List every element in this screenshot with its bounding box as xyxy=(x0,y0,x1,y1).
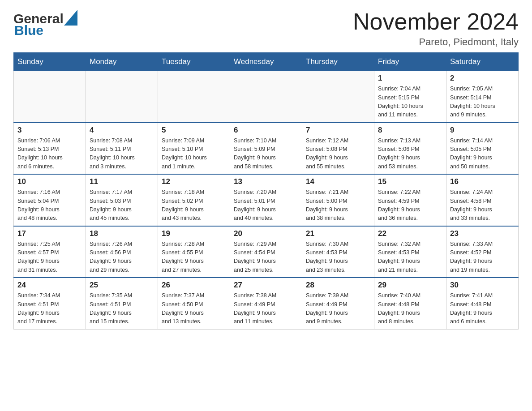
calendar-cell: 20Sunrise: 7:29 AMSunset: 4:54 PMDayligh… xyxy=(230,226,302,278)
calendar-cell: 6Sunrise: 7:10 AMSunset: 5:09 PMDaylight… xyxy=(230,123,302,175)
calendar-cell: 23Sunrise: 7:33 AMSunset: 4:52 PMDayligh… xyxy=(446,226,519,278)
day-number: 25 xyxy=(90,281,154,290)
calendar-cell: 29Sunrise: 7:40 AMSunset: 4:48 PMDayligh… xyxy=(374,278,446,329)
calendar-cell: 10Sunrise: 7:16 AMSunset: 5:04 PMDayligh… xyxy=(14,174,86,226)
day-info: Sunrise: 7:18 AMSunset: 5:02 PMDaylight:… xyxy=(162,188,226,223)
calendar-cell: 17Sunrise: 7:25 AMSunset: 4:57 PMDayligh… xyxy=(14,226,86,278)
day-number: 4 xyxy=(90,126,154,135)
week-row-1: 1Sunrise: 7:04 AMSunset: 5:15 PMDaylight… xyxy=(14,71,519,123)
day-number: 27 xyxy=(234,281,298,290)
day-info: Sunrise: 7:34 AMSunset: 4:51 PMDaylight:… xyxy=(17,291,82,326)
day-info: Sunrise: 7:37 AMSunset: 4:50 PMDaylight:… xyxy=(162,291,226,326)
calendar-cell: 5Sunrise: 7:09 AMSunset: 5:10 PMDaylight… xyxy=(158,123,230,175)
day-number: 24 xyxy=(17,281,82,290)
day-header-sunday: Sunday xyxy=(14,53,86,71)
day-number: 22 xyxy=(378,229,442,238)
day-info: Sunrise: 7:12 AMSunset: 5:08 PMDaylight:… xyxy=(306,137,370,171)
calendar-cell xyxy=(86,71,158,123)
day-number: 20 xyxy=(234,229,298,238)
day-number: 12 xyxy=(162,177,226,186)
day-header-monday: Monday xyxy=(86,53,158,71)
day-info: Sunrise: 7:24 AMSunset: 4:58 PMDaylight:… xyxy=(450,188,515,223)
day-info: Sunrise: 7:14 AMSunset: 5:05 PMDaylight:… xyxy=(450,137,515,171)
day-number: 28 xyxy=(306,281,370,290)
calendar-cell: 7Sunrise: 7:12 AMSunset: 5:08 PMDaylight… xyxy=(302,123,374,175)
calendar-cell: 19Sunrise: 7:28 AMSunset: 4:55 PMDayligh… xyxy=(158,226,230,278)
day-number: 3 xyxy=(17,126,82,135)
calendar-cell: 2Sunrise: 7:05 AMSunset: 5:14 PMDaylight… xyxy=(446,71,519,123)
day-number: 1 xyxy=(378,74,442,83)
calendar-header-row: SundayMondayTuesdayWednesdayThursdayFrid… xyxy=(14,53,519,71)
svg-marker-0 xyxy=(64,10,77,26)
day-number: 14 xyxy=(306,177,370,186)
day-info: Sunrise: 7:21 AMSunset: 5:00 PMDaylight:… xyxy=(306,188,370,223)
week-row-3: 10Sunrise: 7:16 AMSunset: 5:04 PMDayligh… xyxy=(14,174,519,226)
calendar-cell: 16Sunrise: 7:24 AMSunset: 4:58 PMDayligh… xyxy=(446,174,519,226)
logo: General Blue xyxy=(13,9,77,38)
calendar-cell: 1Sunrise: 7:04 AMSunset: 5:15 PMDaylight… xyxy=(374,71,446,123)
day-number: 7 xyxy=(306,126,370,135)
week-row-4: 17Sunrise: 7:25 AMSunset: 4:57 PMDayligh… xyxy=(14,226,519,278)
day-info: Sunrise: 7:09 AMSunset: 5:10 PMDaylight:… xyxy=(162,137,226,171)
day-info: Sunrise: 7:29 AMSunset: 4:54 PMDaylight:… xyxy=(234,240,298,275)
calendar-cell: 3Sunrise: 7:06 AMSunset: 5:13 PMDaylight… xyxy=(14,123,86,175)
calendar-cell xyxy=(14,71,86,123)
day-number: 23 xyxy=(450,229,515,238)
day-info: Sunrise: 7:40 AMSunset: 4:48 PMDaylight:… xyxy=(378,291,442,326)
day-info: Sunrise: 7:28 AMSunset: 4:55 PMDaylight:… xyxy=(162,240,226,275)
day-info: Sunrise: 7:35 AMSunset: 4:51 PMDaylight:… xyxy=(90,291,154,326)
day-number: 5 xyxy=(162,126,226,135)
calendar-cell: 4Sunrise: 7:08 AMSunset: 5:11 PMDaylight… xyxy=(86,123,158,175)
calendar-cell: 27Sunrise: 7:38 AMSunset: 4:49 PMDayligh… xyxy=(230,278,302,329)
day-number: 16 xyxy=(450,177,515,186)
location: Pareto, Piedmont, Italy xyxy=(353,36,519,48)
calendar-table: SundayMondayTuesdayWednesdayThursdayFrid… xyxy=(13,52,519,330)
day-number: 19 xyxy=(162,229,226,238)
day-info: Sunrise: 7:06 AMSunset: 5:13 PMDaylight:… xyxy=(17,137,82,171)
day-info: Sunrise: 7:32 AMSunset: 4:53 PMDaylight:… xyxy=(378,240,442,275)
day-info: Sunrise: 7:16 AMSunset: 5:04 PMDaylight:… xyxy=(17,188,82,223)
day-info: Sunrise: 7:20 AMSunset: 5:01 PMDaylight:… xyxy=(234,188,298,223)
calendar-cell: 21Sunrise: 7:30 AMSunset: 4:53 PMDayligh… xyxy=(302,226,374,278)
calendar-cell: 25Sunrise: 7:35 AMSunset: 4:51 PMDayligh… xyxy=(86,278,158,329)
week-row-5: 24Sunrise: 7:34 AMSunset: 4:51 PMDayligh… xyxy=(14,278,519,329)
calendar-cell: 13Sunrise: 7:20 AMSunset: 5:01 PMDayligh… xyxy=(230,174,302,226)
day-info: Sunrise: 7:30 AMSunset: 4:53 PMDaylight:… xyxy=(306,240,370,275)
calendar-cell: 8Sunrise: 7:13 AMSunset: 5:06 PMDaylight… xyxy=(374,123,446,175)
day-info: Sunrise: 7:33 AMSunset: 4:52 PMDaylight:… xyxy=(450,240,515,275)
day-info: Sunrise: 7:25 AMSunset: 4:57 PMDaylight:… xyxy=(17,240,82,275)
day-info: Sunrise: 7:39 AMSunset: 4:49 PMDaylight:… xyxy=(306,291,370,326)
calendar-cell: 12Sunrise: 7:18 AMSunset: 5:02 PMDayligh… xyxy=(158,174,230,226)
calendar-cell xyxy=(302,71,374,123)
week-row-2: 3Sunrise: 7:06 AMSunset: 5:13 PMDaylight… xyxy=(14,123,519,175)
day-number: 17 xyxy=(17,229,82,238)
day-info: Sunrise: 7:08 AMSunset: 5:11 PMDaylight:… xyxy=(90,137,154,171)
day-number: 8 xyxy=(378,126,442,135)
day-info: Sunrise: 7:26 AMSunset: 4:56 PMDaylight:… xyxy=(90,240,154,275)
day-info: Sunrise: 7:22 AMSunset: 4:59 PMDaylight:… xyxy=(378,188,442,223)
day-info: Sunrise: 7:05 AMSunset: 5:14 PMDaylight:… xyxy=(450,85,515,120)
calendar-cell: 14Sunrise: 7:21 AMSunset: 5:00 PMDayligh… xyxy=(302,174,374,226)
day-info: Sunrise: 7:17 AMSunset: 5:03 PMDaylight:… xyxy=(90,188,154,223)
day-number: 15 xyxy=(378,177,442,186)
logo-triangle-icon xyxy=(64,10,77,26)
day-number: 26 xyxy=(162,281,226,290)
page-header: General Blue November 2024 Pareto, Piedm… xyxy=(13,9,519,48)
calendar-cell xyxy=(158,71,230,123)
day-number: 30 xyxy=(450,281,515,290)
month-title: November 2024 xyxy=(353,9,519,34)
day-number: 29 xyxy=(378,281,442,290)
title-section: November 2024 Pareto, Piedmont, Italy xyxy=(353,9,519,48)
day-header-saturday: Saturday xyxy=(446,53,519,71)
day-number: 2 xyxy=(450,74,515,83)
calendar-cell: 30Sunrise: 7:41 AMSunset: 4:48 PMDayligh… xyxy=(446,278,519,329)
calendar-cell xyxy=(230,71,302,123)
calendar-cell: 26Sunrise: 7:37 AMSunset: 4:50 PMDayligh… xyxy=(158,278,230,329)
day-header-wednesday: Wednesday xyxy=(230,53,302,71)
day-info: Sunrise: 7:41 AMSunset: 4:48 PMDaylight:… xyxy=(450,291,515,326)
calendar-cell: 9Sunrise: 7:14 AMSunset: 5:05 PMDaylight… xyxy=(446,123,519,175)
day-info: Sunrise: 7:04 AMSunset: 5:15 PMDaylight:… xyxy=(378,85,442,120)
day-info: Sunrise: 7:38 AMSunset: 4:49 PMDaylight:… xyxy=(234,291,298,326)
day-info: Sunrise: 7:10 AMSunset: 5:09 PMDaylight:… xyxy=(234,137,298,171)
day-header-tuesday: Tuesday xyxy=(158,53,230,71)
